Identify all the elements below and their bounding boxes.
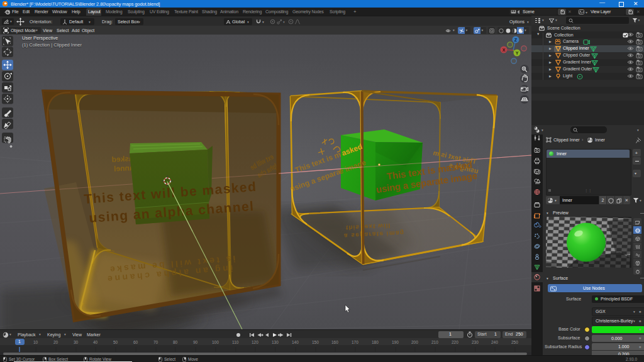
svg-text:Y: Y — [516, 51, 519, 55]
svg-text:Z: Z — [514, 38, 518, 42]
svg-text:X: X — [502, 48, 506, 52]
